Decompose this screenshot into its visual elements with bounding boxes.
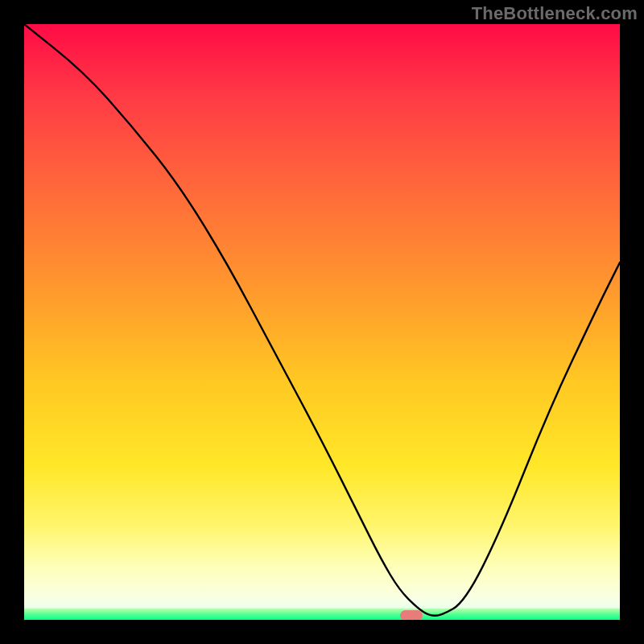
watermark-label: TheBottleneck.com	[472, 3, 638, 24]
plot-area	[24, 24, 620, 620]
chart-frame: TheBottleneck.com	[0, 0, 644, 644]
bottleneck-curve	[24, 24, 620, 620]
optimal-marker-icon	[400, 610, 423, 620]
